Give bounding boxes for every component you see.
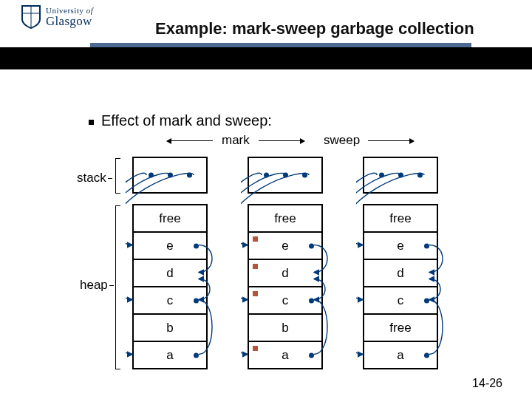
heap-cell-a: a xyxy=(248,341,323,368)
heap-bracket xyxy=(115,205,120,369)
mark-dot-icon xyxy=(253,264,258,269)
pointer-origin-icon xyxy=(194,352,199,358)
header-dark-bar xyxy=(0,47,532,69)
column-initial: freeedcba xyxy=(126,157,214,369)
heap-cell-b: b xyxy=(248,313,323,341)
shield-icon xyxy=(21,4,41,30)
stack-box xyxy=(132,157,208,194)
pointer-origin-icon xyxy=(309,298,314,303)
stack-box xyxy=(363,157,438,194)
mark-dot-icon xyxy=(253,236,258,242)
mark-dot-icon xyxy=(253,291,258,296)
stack-box xyxy=(248,157,323,194)
heap-region-label: heap xyxy=(80,278,114,293)
university-logo: University of Glasgow xyxy=(21,4,93,30)
pointer-origin-icon xyxy=(424,298,429,303)
heap-cell-d: d xyxy=(363,259,438,286)
mark-dot-icon xyxy=(253,346,258,351)
mark-arrow-left xyxy=(167,140,213,141)
heap-cell-e: e xyxy=(363,231,438,259)
page-number: 14-26 xyxy=(472,377,502,390)
pointer-origin-icon xyxy=(309,243,314,248)
heap-cell-c: c xyxy=(363,286,438,313)
pointer-origin-icon xyxy=(309,352,314,358)
diagram-columns: freeedcbafreeedcbafreeedcfreea xyxy=(126,157,480,378)
stack-pointers xyxy=(364,173,437,178)
stack-pointers xyxy=(249,173,321,178)
bullet-line: Effect of mark and sweep: xyxy=(89,112,272,129)
column-after-mark: freeedcba xyxy=(241,157,330,369)
heap-cell-d: d xyxy=(248,259,323,286)
heap-column: freeedcba xyxy=(248,204,323,369)
phase-arrows: mark sweep xyxy=(0,133,532,155)
sweep-arrow xyxy=(368,140,414,141)
stack-pointers xyxy=(134,173,206,178)
heap-column: freeedcba xyxy=(132,204,208,369)
pointer-origin-icon xyxy=(194,243,199,248)
heap-cell-free: free xyxy=(363,313,438,341)
heap-cell-a: a xyxy=(363,341,438,368)
mark-label: mark xyxy=(222,133,250,148)
heap-cell-d: d xyxy=(132,259,208,286)
university-name: Glasgow xyxy=(46,15,93,27)
column-after-sweep: freeedcfreea xyxy=(356,157,445,369)
heap-cell-e: e xyxy=(132,231,208,259)
slide-header: University of Glasgow Example: mark-swee… xyxy=(0,0,532,47)
pointer-origin-icon xyxy=(194,298,199,303)
pointer-origin-icon xyxy=(424,352,429,358)
heap-column: freeedcfreea xyxy=(363,204,438,369)
slide-title: Example: mark-sweep garbage collection xyxy=(155,19,474,38)
heap-cell-c: c xyxy=(248,286,323,313)
heap-cell-free: free xyxy=(132,204,208,231)
bullet-text: Effect of mark and sweep: xyxy=(101,112,272,129)
heap-cell-c: c xyxy=(132,286,208,313)
bullet-icon xyxy=(89,120,94,125)
heap-cell-free: free xyxy=(363,204,438,231)
heap-cell-e: e xyxy=(248,231,323,259)
pointer-origin-icon xyxy=(424,243,429,248)
stack-region-label: stack xyxy=(77,171,112,185)
stack-bracket xyxy=(115,158,120,194)
mark-arrow-right xyxy=(259,140,304,141)
heap-cell-b: b xyxy=(132,313,208,341)
heap-cell-a: a xyxy=(132,341,208,368)
sweep-label: sweep xyxy=(324,133,360,148)
heap-cell-free: free xyxy=(248,204,323,231)
